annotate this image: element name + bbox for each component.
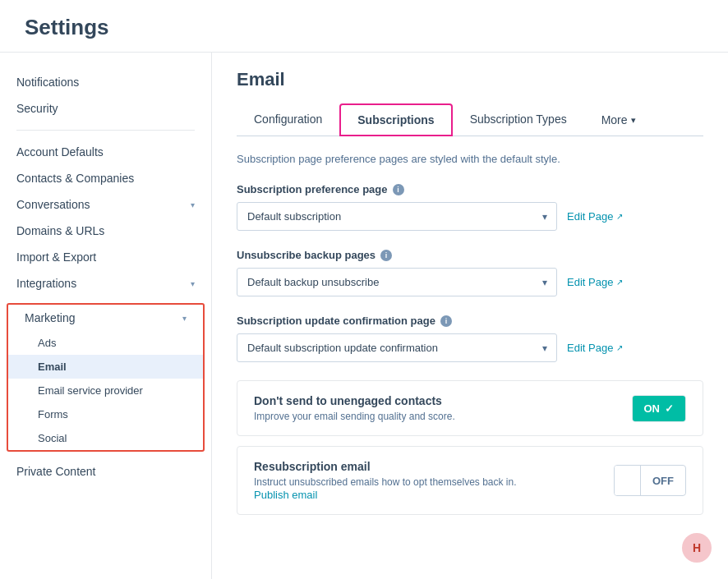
chevron-down-icon: ▾ (191, 279, 195, 288)
app-layout: Settings Notifications Security Account … (0, 0, 728, 579)
info-icon[interactable]: i (380, 250, 392, 261)
tab-subscriptions[interactable]: Subscriptions (339, 103, 452, 136)
sidebar-item-security[interactable]: Security (0, 95, 211, 122)
subscription-preference-row: Default subscription ▾ Edit Page ↗ (237, 202, 703, 231)
chevron-down-icon: ▾ (191, 200, 195, 209)
external-link-icon: ↗ (616, 212, 623, 221)
tab-configuration[interactable]: Configuration (237, 103, 339, 136)
sidebar-item-contacts-companies[interactable]: Contacts & Companies (0, 165, 211, 191)
subscription-preference-group: Subscription preference page i Default s… (237, 183, 703, 231)
tab-more[interactable]: More ▾ (584, 103, 653, 136)
email-section-title: Email (237, 69, 703, 90)
tab-subscription-types[interactable]: Subscription Types (453, 103, 584, 136)
sidebar-item-social[interactable]: Social (8, 426, 203, 450)
unsubscribe-backup-select-wrapper: Default backup unsubscribe ▾ (237, 268, 557, 296)
subscription-preference-select-wrapper: Default subscription ▾ (237, 202, 557, 231)
subscription-update-label: Subscription update confirmation page i (237, 315, 703, 327)
resubscription-card: Resubscription email Instruct unsubscrib… (237, 446, 703, 515)
toggle-on-state: ON ✓ (633, 396, 686, 421)
unsubscribe-backup-group: Unsubscribe backup pages i Default backu… (237, 249, 703, 296)
subscription-update-row: Default subscription update confirmation… (237, 333, 703, 362)
sidebar-item-email-service-provider[interactable]: Email service provider (8, 379, 203, 402)
dont-send-toggle[interactable]: ON ✓ (632, 395, 687, 422)
subscription-update-select-wrapper: Default subscription update confirmation… (237, 333, 557, 362)
subscription-preference-select[interactable]: Default subscription (237, 202, 557, 231)
sidebar-item-conversations[interactable]: Conversations ▾ (0, 191, 211, 218)
info-icon[interactable]: i (393, 184, 404, 195)
resubscription-desc: Instruct unsubscribed emails how to opt … (254, 476, 614, 488)
marketing-section: Marketing ▾ Ads Email Email service prov… (7, 303, 205, 452)
sidebar-divider-1 (16, 130, 195, 131)
sidebar-item-notifications[interactable]: Notifications (0, 69, 211, 95)
resubscription-title: Resubscription email (254, 460, 614, 473)
sidebar-item-import-export[interactable]: Import & Export (0, 244, 211, 270)
external-link-icon: ↗ (616, 278, 623, 287)
dont-send-desc: Improve your email sending quality and s… (254, 411, 632, 422)
subscription-preference-label: Subscription preference page i (237, 183, 703, 195)
sidebar-item-marketing[interactable]: Marketing ▾ (8, 305, 203, 331)
unsubscribe-backup-select[interactable]: Default backup unsubscribe (237, 268, 557, 296)
external-link-icon: ↗ (616, 343, 623, 352)
check-icon: ✓ (665, 402, 674, 415)
avatar[interactable]: H (682, 533, 712, 563)
page-description: Subscription page preference pages are s… (237, 153, 703, 165)
content-area: Notifications Security Account Defaults … (0, 53, 728, 579)
tabs-bar: Configuration Subscriptions Subscription… (237, 103, 703, 136)
sidebar-top-section: Notifications Security (0, 69, 211, 122)
unsubscribe-backup-label: Unsubscribe backup pages i (237, 249, 703, 261)
publish-email-link[interactable]: Publish email (254, 489, 317, 501)
sidebar-item-account-defaults[interactable]: Account Defaults (0, 139, 211, 165)
top-bar: Settings (0, 0, 728, 53)
toggle-off-state: OFF (641, 468, 685, 494)
unsubscribe-backup-row: Default backup unsubscribe ▾ Edit Page ↗ (237, 268, 703, 296)
sidebar-item-email[interactable]: Email (8, 355, 203, 379)
subscription-update-select[interactable]: Default subscription update confirmation (237, 333, 557, 362)
info-icon[interactable]: i (440, 315, 452, 327)
sidebar-main-section: Account Defaults Contacts & Companies Co… (0, 139, 211, 296)
chevron-down-icon: ▾ (631, 115, 636, 126)
toggle-off-check-side (615, 466, 641, 495)
main-content: Email Configuration Subscriptions Subscr… (212, 53, 728, 579)
dont-send-title: Don't send to unengaged contacts (254, 394, 632, 407)
sidebar-item-domains-urls[interactable]: Domains & URLs (0, 218, 211, 244)
sidebar-bottom-section: Private Content (0, 458, 211, 485)
subscription-preference-edit-link[interactable]: Edit Page ↗ (567, 210, 623, 223)
page-title: Settings (25, 15, 703, 40)
unsubscribe-backup-edit-link[interactable]: Edit Page ↗ (567, 276, 623, 288)
sidebar-item-integrations[interactable]: Integrations ▾ (0, 270, 211, 296)
dont-send-content: Don't send to unengaged contacts Improve… (254, 394, 632, 422)
sidebar-item-private-content[interactable]: Private Content (0, 458, 211, 485)
chevron-down-icon: ▾ (182, 314, 187, 323)
subscription-update-group: Subscription update confirmation page i … (237, 315, 703, 362)
sidebar-item-ads[interactable]: Ads (8, 331, 203, 355)
resubscription-content: Resubscription email Instruct unsubscrib… (254, 460, 614, 501)
dont-send-card: Don't send to unengaged contacts Improve… (237, 380, 703, 436)
sidebar: Notifications Security Account Defaults … (0, 53, 212, 579)
subscription-update-edit-link[interactable]: Edit Page ↗ (567, 342, 623, 354)
resubscription-toggle[interactable]: OFF (614, 465, 686, 496)
sidebar-item-forms[interactable]: Forms (8, 402, 203, 426)
